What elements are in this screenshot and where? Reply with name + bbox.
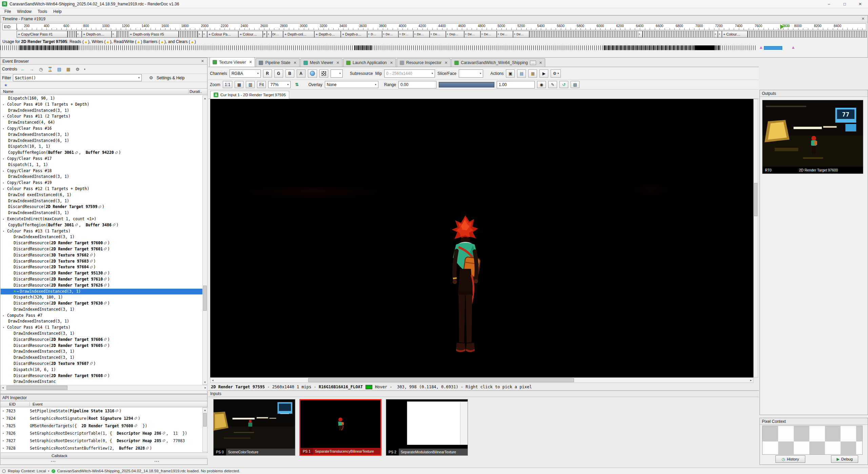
expand-icon[interactable]: ▸ (3, 313, 7, 319)
gamma-button[interactable] (308, 69, 317, 78)
event-row[interactable]: ▸Copy/Clear Pass #19 (1, 180, 202, 186)
callstack-bar[interactable]: Callstack (1, 453, 208, 459)
menu-window[interactable]: Window (14, 8, 35, 15)
event-row[interactable]: Dispatch(320, 180, 1) (1, 294, 202, 301)
event-row[interactable]: ▾Colour Pass #14 (1 Targets) (1, 325, 202, 331)
event-row[interactable]: ▸Copy/Clear Pass #17 (1, 156, 202, 162)
input-thumbnail-ps0[interactable]: PS 0 SceneColorTexture (213, 399, 295, 456)
event-row[interactable]: ⚑→DrawIndexedInstanced(3, 1) (1, 289, 202, 295)
api-vscrollbar[interactable]: ▴ (202, 407, 208, 452)
expand-icon[interactable]: ▸ (1, 445, 6, 452)
timeline-zoom-handle-left-icon[interactable]: ▲ (759, 45, 763, 50)
collapse-icon[interactable]: ▾ (3, 228, 7, 234)
menu-file[interactable]: File (1, 8, 14, 15)
timeline-pass-block[interactable]: + (638, 31, 643, 38)
settings-help-link[interactable]: Settings & Help (157, 76, 185, 80)
event-row[interactable]: Dispatch(10, 6, 1) (1, 367, 202, 373)
timeline-pass-block[interactable]: + Depth-onl… (283, 31, 314, 38)
scroll-down-icon[interactable]: ▾ (203, 380, 207, 384)
options-dropdown-icon[interactable]: ▾ (83, 66, 86, 73)
timeline-pass-block[interactable]: + (112, 31, 117, 38)
overlay-select[interactable]: None ▾ (325, 81, 378, 88)
timeline-pass-block[interactable]: + (202, 31, 207, 38)
tab-caravansandwitch-win64-shipping[interactable]: CaravanSandWitch_Win64_Shipping…✕ (451, 58, 545, 67)
export-icon[interactable]: ▦ (65, 66, 72, 73)
tab-mesh-viewer[interactable]: Mesh Viewer✕ (300, 58, 342, 67)
timeline-pass-block[interactable]: + Colour Pa… (207, 31, 238, 38)
event-row[interactable]: DiscardResource(2D Render Target 97599) (1, 204, 202, 210)
event-row[interactable]: ▸Copy/Clear Pass #18 (1, 168, 202, 174)
event-row[interactable]: DiscardResource(2D Texture 97607) (1, 361, 202, 367)
options-gear-icon[interactable]: ⚙ (74, 66, 81, 73)
channel-a-button[interactable]: A (297, 69, 305, 78)
range-histogram-bar[interactable] (439, 82, 494, 87)
tab-overflow-button[interactable]: … (530, 61, 536, 65)
event-row[interactable]: DiscardResource(2D Render Target 97606) (1, 337, 202, 343)
duration-icon[interactable]: ⌛ (46, 66, 54, 73)
copy-action-button[interactable]: ▣ (506, 69, 515, 78)
event-row[interactable]: DrawIndexedInstanced(3, 1) (1, 234, 202, 240)
event-row[interactable]: DiscardResource(2D Render Target 97626) (1, 283, 202, 289)
eid-column-header[interactable]: EID (0, 402, 29, 406)
event-row[interactable]: DiscardResource(2D Render Target 97608) (1, 373, 202, 379)
tab-close-icon[interactable]: ✕ (390, 61, 393, 65)
timeline-pass-block[interactable]: Dr… (272, 31, 283, 38)
event-row[interactable]: Dispatch(1, 1, 1) (1, 162, 202, 168)
minimize-icon[interactable]: – (821, 0, 837, 8)
event-row[interactable]: DrawIndexedInstanced(3, 1) (1, 318, 202, 325)
fit-toggle-button[interactable]: Fit (257, 81, 266, 88)
tab-texture-viewer[interactable]: Texture Viewer✕ (210, 57, 255, 67)
scroll-up-icon[interactable]: ▴ (203, 97, 207, 100)
timeline-pass-block[interactable]: + Colour… (722, 31, 748, 38)
scroll-up-icon[interactable]: ▴ (203, 408, 207, 412)
timeline-pass-block[interactable]: + De… (430, 31, 446, 38)
tab-close-icon[interactable]: ✕ (445, 61, 448, 65)
api-event-row[interactable]: ▸7825OMSetRenderTargets({ 2D Render Targ… (1, 422, 202, 430)
tab-close-icon[interactable]: ✕ (249, 60, 252, 64)
event-row[interactable]: DrawIndexedInstanced(3, 1) (1, 210, 202, 216)
mip-select[interactable]: 0 - 2560x1440 ▾ (384, 69, 435, 78)
export-range-button[interactable]: ▤ (571, 81, 579, 88)
event-row[interactable]: ▸Colour Pass #12 (1 Targets + Depth) (1, 186, 202, 192)
api-event-row[interactable]: ▸7824SetGraphicsRootSignature(Root Signa… (1, 415, 202, 422)
timer-icon[interactable]: ◷ (37, 66, 45, 73)
pixel-context-view[interactable] (762, 426, 863, 455)
timeline-pass-block[interactable]: + Depth-only Pass #5 (129, 31, 179, 38)
expand-icon[interactable]: ▸ (3, 156, 7, 162)
tab-close-icon[interactable]: ✕ (293, 61, 296, 65)
flip-y-icon[interactable]: ⇅ (293, 81, 300, 88)
timeline-pass-block[interactable]: + De… (513, 31, 529, 38)
timeline-pass-block[interactable]: + (267, 31, 272, 38)
maximize-icon[interactable]: □ (837, 0, 852, 8)
event-row[interactable]: DrawIndexedInstanced(3, 1) (1, 108, 202, 114)
event-row[interactable]: DrawIndexedInstanced(3, 1) (1, 132, 202, 138)
close-icon[interactable]: ✕ (852, 0, 868, 8)
zoom-out-button[interactable]: ▥ (246, 81, 255, 88)
event-row[interactable]: DiscardResource(2D Texture 97604) (1, 264, 202, 270)
event-row[interactable]: DiscardResource(2D Render Target 97600) (1, 240, 202, 246)
timeline-pass-block[interactable]: + (198, 31, 202, 38)
scroll-thumb[interactable] (203, 286, 207, 311)
collapse-icon[interactable]: ▾ (3, 325, 7, 331)
expand-icon[interactable]: ▸ (3, 102, 7, 108)
timeline-pass-block[interactable]: + Depth-on… (82, 31, 112, 38)
expand-icon[interactable]: ▸ (3, 168, 7, 174)
timeline-close-icon[interactable]: ✕ (861, 17, 866, 21)
zoom-percent-select[interactable]: 77% ▾ (268, 81, 291, 88)
tab-launch-application[interactable]: Launch Application✕ (343, 58, 396, 67)
filter-input[interactable]: $action() ▾ (13, 74, 142, 81)
event-row[interactable]: ▸Colour Pass #11 (2 Targets) (1, 114, 202, 120)
api-event-row[interactable]: ▸7828SetGraphicsRootConstantBufferView(2… (1, 445, 202, 452)
input-thumbnail-ps1[interactable]: PS 1 SeparateTranslucencyBilinearTexture (299, 399, 381, 456)
event-row[interactable]: DrawIndexedInstanced(6, 1) (1, 138, 202, 144)
scroll-left-icon[interactable]: ◂ (2, 386, 4, 389)
timeline-pass-block[interactable]: + Dep… (446, 31, 464, 38)
filter-dropdown-icon[interactable]: ▾ (136, 76, 140, 79)
background-checker-button[interactable] (319, 69, 328, 78)
expand-icon[interactable]: ▸ (1, 407, 6, 415)
tab-pipeline-state[interactable]: Pipeline State✕ (256, 58, 299, 67)
api-table-header[interactable]: EID Event (0, 401, 207, 407)
timeline-pass-block[interactable]: # (263, 31, 267, 38)
expand-icon[interactable]: ▸ (3, 114, 7, 120)
event-row[interactable]: Dispatch(160, 90, 1) (1, 96, 202, 102)
